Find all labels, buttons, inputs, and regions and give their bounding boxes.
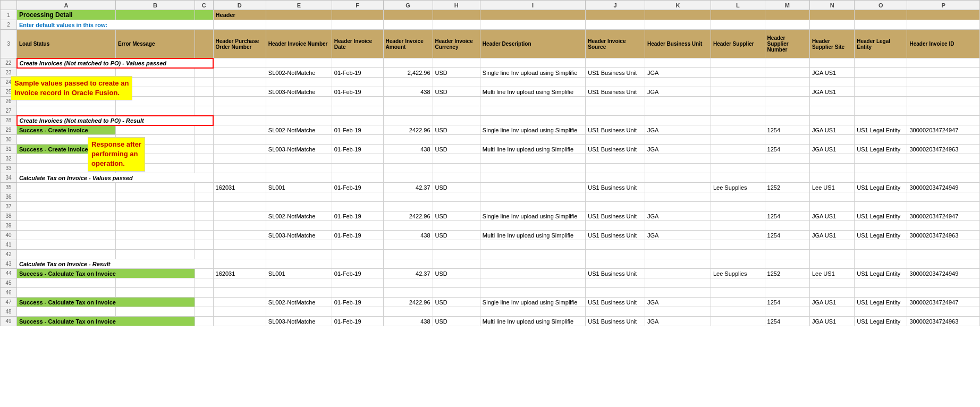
cell-H31: USD (433, 145, 480, 154)
cell-G31: 438 (383, 145, 433, 154)
row-num-42: 42 (1, 250, 17, 259)
cell-L24 (711, 78, 765, 87)
cell-M23 (765, 68, 809, 78)
row-num-27: 27 (1, 106, 17, 116)
cell-O22 (855, 58, 907, 68)
cell-E2 (266, 20, 332, 30)
cell-L25 (711, 87, 765, 97)
table-row: 25 SL003-NotMatche 01-Feb-19 438 USD Mul… (1, 87, 980, 97)
cell-C25 (195, 87, 213, 97)
cell-O31: US1 Legal Entity (855, 145, 907, 154)
cell-I22 (480, 58, 585, 68)
cell-K22 (645, 58, 711, 68)
cell-J23: US1 Business Unit (586, 68, 645, 78)
header-C3 (195, 30, 213, 58)
cell-O40: US1 Legal Entity (855, 231, 907, 240)
cell-N24 (809, 78, 854, 87)
cell-I24 (480, 78, 585, 87)
table-row: 45 (1, 278, 980, 288)
cell-L29 (711, 125, 765, 135)
cell-J1 (586, 10, 645, 20)
cell-E24 (266, 78, 332, 87)
cell-P25 (907, 87, 980, 97)
cell-N23: JGA US1 (809, 68, 854, 78)
cell-H47: USD (433, 298, 480, 307)
cell-D35: 162031 (213, 183, 266, 192)
cell-G35: 42.37 (383, 183, 433, 192)
cell-O2 (855, 20, 907, 30)
cell-F44: 01-Feb-19 (332, 269, 383, 278)
row-num-40: 40 (1, 231, 17, 240)
row-num-43: 43 (1, 259, 17, 269)
cell-P44: 300002034724949 (907, 269, 980, 278)
cell-G29: 2422.96 (383, 125, 433, 135)
row-num-48: 48 (1, 307, 17, 317)
table-row: 38 SL002-NotMatche 01-Feb-19 2422.96 USD… (1, 211, 980, 221)
cell-K23: JGA (645, 68, 711, 78)
cell-J40: US1 Business Unit (586, 231, 645, 240)
cell-F38: 01-Feb-19 (332, 211, 383, 221)
cell-D44: 162031 (213, 269, 266, 278)
cell-H44: USD (433, 269, 480, 278)
cell-C1 (195, 10, 213, 20)
cell-O49: US1 Legal Entity (855, 317, 907, 326)
header-supplier: Header Supplier (711, 30, 765, 58)
col-header-N: N (809, 1, 854, 10)
cell-L49 (711, 317, 765, 326)
cell-H25: USD (433, 87, 480, 97)
table-row: 40 SL003-NotMatche 01-Feb-19 438 USD Mul… (1, 231, 980, 240)
row-num-22: 22 (1, 58, 17, 68)
cell-J47: US1 Business Unit (586, 298, 645, 307)
cell-M38: 1254 (765, 211, 809, 221)
cell-N25: JGA US1 (809, 87, 854, 97)
cell-D1: Header (213, 10, 266, 20)
table-row: 47 Success - Calculate Tax on Invoice SL… (1, 298, 980, 307)
cell-K1 (645, 10, 711, 20)
cell-L22 (711, 58, 765, 68)
cell-J44: US1 Business Unit (586, 269, 645, 278)
cell-F2 (332, 20, 383, 30)
cell-J24 (586, 78, 645, 87)
cell-D23 (213, 68, 266, 78)
cell-I25: Multi line Inv upload using Simplifie (480, 87, 585, 97)
cell-G2 (383, 20, 433, 30)
col-header-M: M (765, 1, 809, 10)
table-row: 37 (1, 202, 980, 211)
table-row: 29 Success - Create Invoice SL002-NotMat… (1, 125, 980, 135)
cell-L44: Lee Supplies (711, 269, 765, 278)
table-row: 39 (1, 221, 980, 231)
row-num-37: 37 (1, 202, 17, 211)
table-row: 30 (1, 135, 980, 145)
cell-L1 (711, 10, 765, 20)
table-row: 48 (1, 307, 980, 317)
col-header-C: C (195, 1, 213, 10)
col-header-I: I (480, 1, 585, 10)
cell-M44: 1252 (765, 269, 809, 278)
cell-A1[interactable]: Processing Detail (17, 10, 116, 20)
row-num-41: 41 (1, 240, 17, 250)
cell-E40: SL003-NotMatche (266, 231, 332, 240)
cell-H29: USD (433, 125, 480, 135)
cell-N1 (809, 10, 854, 20)
section-header-tax-result: Calculate Tax on Invoice - Result (17, 259, 214, 269)
header-invoice-source: Header Invoice Source (586, 30, 645, 58)
cell-E25: SL003-NotMatche (266, 87, 332, 97)
cell-F25: 01-Feb-19 (332, 87, 383, 97)
table-row: 46 (1, 288, 980, 298)
cell-K2 (645, 20, 711, 30)
table-row: 49 Success - Calculate Tax on Invoice SL… (1, 317, 980, 326)
cell-K25: JGA (645, 87, 711, 97)
cell-G49: 438 (383, 317, 433, 326)
annotation-response: Response afterperforming anoperation. (88, 137, 145, 172)
cell-K31: JGA (645, 145, 711, 154)
cell-E22 (266, 58, 332, 68)
cell-K49: JGA (645, 317, 711, 326)
cell-H35: USD (433, 183, 480, 192)
annotation-sample-values: Sample values passed to create anInvoice… (11, 76, 132, 100)
cell-O44: US1 Legal Entity (855, 269, 907, 278)
cell-E47: SL002-NotMatche (266, 298, 332, 307)
corner-header (1, 1, 17, 10)
cell-I35 (480, 183, 585, 192)
table-row: 31 Success - Create Invoice SL003-NotMat… (1, 145, 980, 154)
table-row: 41 (1, 240, 980, 250)
